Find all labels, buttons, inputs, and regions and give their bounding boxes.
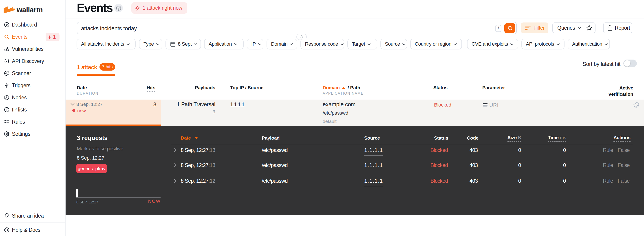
svg-text:wallarm: wallarm: [16, 6, 43, 14]
